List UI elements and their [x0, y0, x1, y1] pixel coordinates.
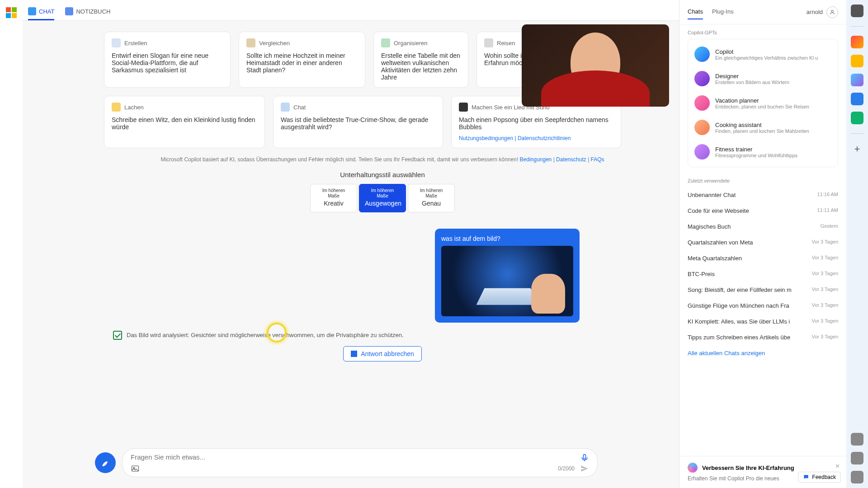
promo-title: Verbessern Sie Ihre KI-Erfahrung [702, 465, 794, 471]
card-body: Sollte ich meine Hochzeit in meiner Heim… [246, 52, 358, 74]
svg-point-3 [831, 10, 834, 12]
copilot-pro-icon [688, 463, 698, 473]
user-badge[interactable]: arnold [807, 6, 838, 18]
recent-chat-item[interactable]: Code für eine Webseite11:11 AM [688, 203, 838, 219]
gpt-item[interactable]: DesignerErstellen von Bildern aus Wörter… [688, 66, 838, 91]
recent-chat-item[interactable]: Meta QuartalszahlenVor 3 Tagen [688, 250, 838, 266]
tab-notebook[interactable]: NOTIZBUCH [65, 4, 110, 20]
style-balanced[interactable]: Im höheren MaßeAusgewogen [359, 184, 406, 212]
right-panel: Chats Plug-Ins arnold Copilot-GPTs Copil… [679, 0, 846, 488]
recent-chat-item[interactable]: BTC-PreisVor 3 Tagen [688, 266, 838, 282]
feedback-button[interactable]: Feedback [798, 472, 841, 483]
gpt-desc: Erstellen von Bildern aus Wörtern [715, 80, 789, 85]
uploaded-image-thumbnail[interactable] [441, 246, 573, 316]
gpt-title: Vacation planner [715, 97, 809, 104]
recent-chat-time: Vor 3 Tagen [811, 302, 838, 309]
gpts-section-label: Copilot-GPTs [688, 30, 838, 35]
gpt-desc: Finden, planen und kochen Sie Mahlzeiten [715, 128, 809, 134]
edge-app-5-icon[interactable] [851, 112, 863, 124]
card-title: Organisieren [394, 40, 427, 47]
input-area: 0/2000 [23, 448, 679, 488]
recent-chat-item[interactable]: Unbenannter Chat11:16 AM [688, 187, 838, 203]
gpt-desc: Entdecken, planen und buchen Sie Reisen [715, 104, 809, 109]
card-body: Schreibe einen Witz, den ein Kleinkind l… [112, 116, 257, 131]
tab-chat-label: CHAT [39, 8, 54, 15]
card-category-icon [112, 103, 121, 112]
link-privacy[interactable]: Datenschutz [556, 156, 586, 163]
recent-chat-item[interactable]: Tipps zum Schreiben eines Artikels übeVo… [688, 329, 838, 345]
card-link-privacy[interactable]: Datenschutzrichtlinien [518, 135, 571, 141]
main-column: CHAT NOTIZBUCH ErstellenEntwirf einen Sl… [23, 0, 679, 488]
webcam-overlay [522, 24, 669, 107]
card-link-terms[interactable]: Nutzungsbedingungen [459, 135, 513, 141]
recent-chat-time: Vor 3 Tagen [811, 271, 838, 277]
recent-chat-time: Vor 3 Tagen [811, 255, 838, 262]
card-title: Chat [293, 104, 306, 111]
recent-chat-name: Tipps zum Schreiben eines Artikels übe [688, 334, 790, 341]
gpt-item[interactable]: Fitness trainerFitnessprogramme und Wohl… [688, 140, 838, 164]
suggestion-card[interactable]: LachenSchreibe einen Witz, den ein Klein… [104, 96, 265, 148]
gpt-title: Designer [715, 73, 789, 80]
avatar-icon [826, 6, 838, 18]
gpt-item[interactable]: CopilotEin gleichgewichtiges Verhältnis … [688, 42, 838, 66]
recent-chat-name: Günstige Flüge von München nach Fra [688, 302, 789, 309]
tab-plugins[interactable]: Plug-Ins [712, 5, 734, 19]
settings-icon[interactable] [851, 471, 863, 483]
top-tabs: CHAT NOTIZBUCH [23, 0, 679, 21]
card-body: Mach einen Popsong über ein Seepferdchen… [459, 116, 613, 131]
right-panel-header: Chats Plug-Ins arnold [679, 0, 846, 24]
style-creative[interactable]: Im höheren MaßeKreativ [310, 184, 357, 212]
suggestion-card[interactable]: OrganisierenErstelle eine Tabelle mit de… [373, 32, 468, 88]
tab-chats[interactable]: Chats [688, 5, 703, 19]
user-message-bubble: was ist auf dem bild? [435, 229, 580, 323]
disclaimer-text: Microsoft Copilot basiert auf KI, sodass… [160, 156, 519, 163]
plus-icon[interactable]: + [851, 143, 863, 155]
card-body: Was ist die beliebteste True-Crime-Show,… [281, 116, 435, 131]
edge-app-2-icon[interactable] [851, 55, 863, 67]
stop-responding-button[interactable]: Antwort abbrechen [343, 346, 422, 361]
gpt-avatar-icon [694, 120, 710, 135]
style-precise[interactable]: Im höheren MaßeGenau [408, 184, 455, 212]
chat-input[interactable] [131, 453, 589, 461]
send-icon[interactable] [580, 464, 589, 473]
new-topic-button[interactable] [95, 452, 116, 473]
notebook-icon [65, 7, 73, 15]
recent-chat-time: Gestern [821, 223, 838, 230]
suggestion-card[interactable]: ChatWas ist die beliebteste True-Crime-S… [273, 96, 443, 148]
analyzing-text: Das Bild wird analysiert: Gesichter sind… [127, 332, 404, 338]
disclaimer-line: Microsoft Copilot basiert auf KI, sodass… [104, 156, 661, 163]
suggestion-card[interactable]: VergleichenSollte ich meine Hochzeit in … [239, 32, 365, 88]
edge-tool-1-icon[interactable] [851, 433, 863, 446]
gpt-title: Fitness trainer [715, 146, 797, 153]
search-icon[interactable] [851, 5, 863, 17]
microphone-icon[interactable] [580, 453, 589, 462]
feedback-label: Feedback [812, 474, 836, 480]
show-all-chats-link[interactable]: Alle aktuellen Chats anzeigen [688, 345, 838, 361]
link-faqs[interactable]: FAQs [591, 156, 604, 163]
chat-icon [28, 7, 36, 15]
recent-chat-item[interactable]: Günstige Flüge von München nach FraVor 3… [688, 298, 838, 314]
gpt-item[interactable]: Cooking assistantFinden, planen und koch… [688, 115, 838, 140]
edge-tool-2-icon[interactable] [851, 452, 863, 465]
link-terms[interactable]: Bedingungen [520, 156, 552, 163]
recent-chat-time: 11:16 AM [817, 192, 838, 198]
tab-chat[interactable]: CHAT [28, 4, 54, 20]
app-left-strip [0, 0, 23, 488]
gpt-title: Cooking assistant [715, 122, 809, 128]
image-attach-icon[interactable] [131, 464, 140, 473]
edge-app-4-icon[interactable] [851, 93, 863, 105]
recent-chat-item[interactable]: Song: Bleistift, der eine Füllfeder sein… [688, 282, 838, 298]
recent-chat-time: Vor 3 Tagen [811, 318, 838, 325]
suggestion-card[interactable]: ErstellenEntwirf einen Slogan für eine n… [104, 32, 231, 88]
recent-chat-item[interactable]: KI Komplett: Alles, was Sie über LLMs iV… [688, 314, 838, 329]
gpt-item[interactable]: Vacation plannerEntdecken, planen und bu… [688, 91, 838, 115]
recent-chat-item[interactable]: Magisches BuchGestern [688, 219, 838, 235]
recent-chat-time: Vor 3 Tagen [811, 334, 838, 341]
check-icon [113, 331, 122, 340]
edge-app-1-icon[interactable] [851, 36, 863, 48]
card-title: Vergleichen [259, 40, 290, 47]
recent-chat-item[interactable]: Quartalszahlen von MetaVor 3 Tagen [688, 235, 838, 250]
card-category-icon [484, 38, 493, 47]
close-icon[interactable]: ✕ [835, 463, 840, 469]
edge-app-3-icon[interactable] [851, 74, 863, 86]
